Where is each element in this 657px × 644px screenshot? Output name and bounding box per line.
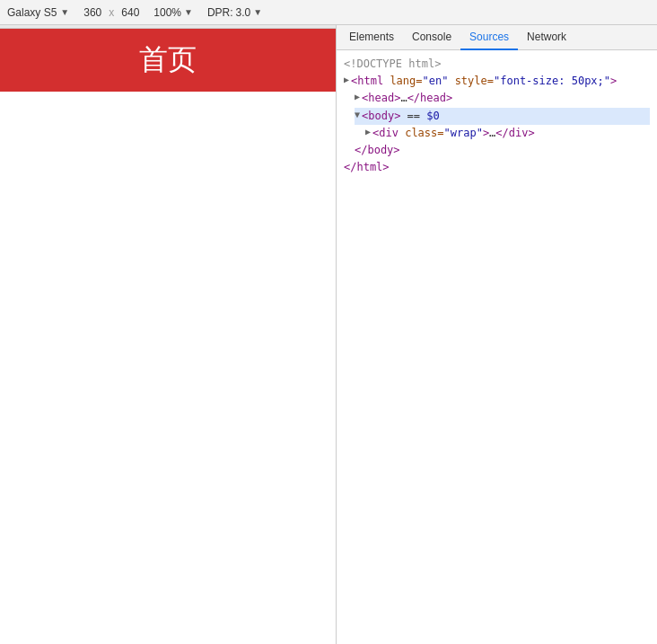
code-line-html-close: </html>	[344, 159, 650, 176]
page-header: 首页	[0, 29, 336, 92]
zoom-control[interactable]: 100% ▼	[153, 6, 193, 19]
code-line-div[interactable]: ▶ <div class="wrap" > … </div>	[365, 125, 650, 142]
expand-html[interactable]: ▶	[344, 73, 349, 87]
expand-div[interactable]: ▶	[365, 125, 371, 139]
doctype-text: <!DOCTYPE html>	[344, 56, 441, 73]
viewport-width: 360	[83, 6, 101, 19]
expand-head[interactable]: ▶	[355, 90, 360, 104]
viewport-height: 640	[121, 6, 139, 19]
page-header-text: 首页	[139, 40, 197, 80]
code-panel: <!DOCTYPE html> ▶ <html lang="en" style=…	[337, 50, 657, 644]
zoom-value: 100%	[153, 6, 181, 19]
device-dropdown-arrow[interactable]: ▼	[60, 7, 69, 17]
dpr-label: DPR:	[207, 6, 233, 19]
code-line-html[interactable]: ▶ <html lang="en" style="font-size: 50px…	[344, 73, 650, 90]
tab-sources[interactable]: Sources	[460, 25, 518, 50]
device-name-label: Galaxy S5	[7, 6, 57, 19]
tab-network[interactable]: Network	[518, 25, 575, 50]
tab-console[interactable]: Console	[403, 25, 460, 50]
code-line-head[interactable]: ▶ <head> … </head>	[355, 90, 650, 107]
code-line-body[interactable]: ▼ <body> == $0	[355, 108, 650, 125]
zoom-arrow[interactable]: ▼	[184, 7, 193, 17]
dpr-control: DPR: 3.0 ▼	[207, 6, 262, 19]
separator-2: x	[109, 6, 114, 19]
devtools-toolbar: Galaxy S5 ▼ 360 x 640 100% ▼ DPR: 3.0 ▼	[0, 0, 657, 25]
devtools-panel: Elements Console Sources Network <!DOCTY…	[337, 25, 657, 644]
emulator-content: 首页	[0, 29, 336, 644]
expand-body[interactable]: ▼	[355, 108, 360, 122]
emulator-panel: 首页	[0, 25, 337, 644]
tab-elements[interactable]: Elements	[340, 25, 403, 50]
code-line-doctype: <!DOCTYPE html>	[344, 56, 650, 73]
dpr-arrow[interactable]: ▼	[253, 7, 262, 17]
dpr-value: 3.0	[236, 6, 251, 19]
code-line-body-close: </body>	[355, 142, 650, 159]
devtools-tabs: Elements Console Sources Network	[337, 25, 657, 50]
main-area: 首页 Elements Console Sources Network <!DO…	[0, 25, 657, 644]
